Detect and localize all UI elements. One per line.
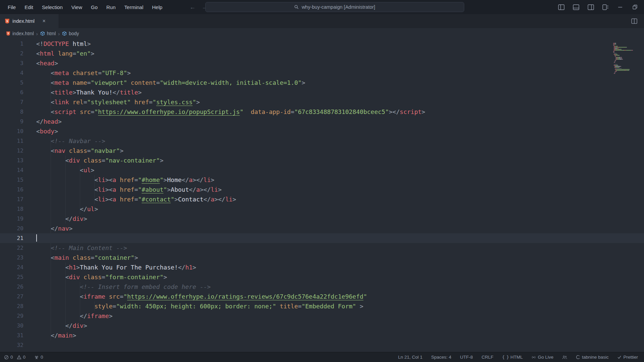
- line-number[interactable]: 17: [0, 194, 23, 204]
- code-line[interactable]: 22 <!-- Main Content -->: [0, 243, 644, 253]
- line-number[interactable]: 5: [0, 78, 23, 87]
- line-number[interactable]: 2: [0, 49, 23, 58]
- line-number[interactable]: 7: [0, 97, 23, 107]
- line-number[interactable]: 18: [0, 204, 23, 214]
- code-line[interactable]: 21: [0, 233, 644, 243]
- code-line[interactable]: 8 <script src="https://www.offerhype.io/…: [0, 107, 644, 117]
- menu-item-file[interactable]: File: [4, 3, 19, 12]
- code-line[interactable]: 17 <li><a href="#contact">Contact</a></l…: [0, 194, 644, 204]
- line-number[interactable]: 24: [0, 262, 23, 272]
- code-line[interactable]: 20 </nav>: [0, 224, 644, 233]
- split-editor-icon[interactable]: [629, 16, 640, 26]
- code-line[interactable]: 5 <meta name="viewport" content="width=d…: [0, 78, 644, 87]
- code-line[interactable]: 13 <div class="nav-container">: [0, 156, 644, 165]
- line-number[interactable]: 31: [0, 330, 23, 340]
- line-number[interactable]: 28: [0, 301, 23, 311]
- menu-item-selection[interactable]: Selection: [38, 3, 66, 12]
- line-number[interactable]: 25: [0, 272, 23, 282]
- code-line[interactable]: 30 </div>: [0, 321, 644, 330]
- menu-item-edit[interactable]: Edit: [21, 3, 37, 12]
- line-number[interactable]: 10: [0, 126, 23, 136]
- tab-index-html[interactable]: 5 index.html ×: [0, 14, 59, 28]
- code-line[interactable]: 27 <iframe src="https://www.offerhype.io…: [0, 292, 644, 301]
- code-line[interactable]: 9</head>: [0, 117, 644, 126]
- toggle-panel-icon[interactable]: [570, 2, 582, 12]
- line-number[interactable]: 21: [0, 233, 23, 243]
- status-indentation[interactable]: Spaces: 4: [430, 352, 453, 362]
- line-number[interactable]: 13: [0, 156, 23, 165]
- toggle-primary-sidebar-icon[interactable]: [555, 2, 567, 12]
- line-number[interactable]: 8: [0, 107, 23, 117]
- menu-item-view[interactable]: View: [68, 3, 86, 12]
- line-number[interactable]: 1: [0, 39, 23, 49]
- code-line[interactable]: 10<body>: [0, 126, 644, 136]
- code-editor[interactable]: 1<!DOCTYPE html>2<html lang="en">3<head>…: [0, 39, 644, 352]
- customize-layout-icon[interactable]: [600, 2, 611, 12]
- code-line[interactable]: 16 <li><a href="#about">About</a></li>: [0, 185, 644, 194]
- line-number[interactable]: 15: [0, 175, 23, 185]
- line-number[interactable]: 4: [0, 68, 23, 78]
- line-number[interactable]: 32: [0, 340, 23, 350]
- status-cursor-position[interactable]: Ln 21, Col 1: [397, 352, 424, 362]
- menu-item-terminal[interactable]: Terminal: [121, 3, 147, 12]
- menu-item-run[interactable]: Run: [103, 3, 119, 12]
- line-number[interactable]: 6: [0, 87, 23, 97]
- status-eol[interactable]: CRLF: [480, 352, 495, 362]
- line-number[interactable]: 23: [0, 253, 23, 262]
- code-line[interactable]: 14 <ul>: [0, 165, 644, 175]
- code-line[interactable]: 11 <!-- Navbar -->: [0, 136, 644, 146]
- code-line[interactable]: 4 <meta charset="UTF-8">: [0, 68, 644, 78]
- toggle-secondary-sidebar-icon[interactable]: [585, 2, 596, 12]
- line-number[interactable]: 30: [0, 321, 23, 330]
- indent-guide: [65, 321, 66, 330]
- code-line[interactable]: 25 <div class="form-container">: [0, 272, 644, 282]
- command-center-search[interactable]: why-buy-campaign [Administrator]: [205, 2, 464, 12]
- code-line[interactable]: 19 </div>: [0, 214, 644, 224]
- code-line[interactable]: 2<html lang="en">: [0, 49, 644, 58]
- line-number[interactable]: 20: [0, 224, 23, 233]
- code-line[interactable]: 12 <nav class="navbar">: [0, 146, 644, 156]
- code-line[interactable]: 6 <title>Thank You!</title>: [0, 87, 644, 97]
- tab-close-icon[interactable]: ×: [41, 18, 47, 24]
- line-number[interactable]: 9: [0, 117, 23, 126]
- line-number[interactable]: 26: [0, 282, 23, 292]
- restore-button[interactable]: [629, 2, 641, 12]
- line-number[interactable]: 11: [0, 136, 23, 146]
- breadcrumb-item-body[interactable]: body: [62, 31, 79, 36]
- status-go-live[interactable]: Go Live: [530, 352, 555, 362]
- code-line[interactable]: 18 </ul>: [0, 204, 644, 214]
- code-line[interactable]: 26 <!-- Insert form embed code here -->: [0, 282, 644, 292]
- breadcrumb-item-file[interactable]: 5 index.html: [6, 31, 34, 36]
- status-language-mode[interactable]: { } HTML: [501, 352, 524, 362]
- back-icon[interactable]: ←: [190, 4, 196, 10]
- status-ports[interactable]: 0: [33, 352, 45, 362]
- code-line[interactable]: 1<!DOCTYPE html>: [0, 39, 644, 49]
- code-line[interactable]: 32: [0, 340, 644, 350]
- line-number[interactable]: 27: [0, 292, 23, 301]
- menu-item-go[interactable]: Go: [87, 3, 101, 12]
- code-line[interactable]: 15 <li><a href="#home">Home</a></li>: [0, 175, 644, 185]
- code-line[interactable]: 24 <h1>Thank You For The Purchase!</h1>: [0, 262, 644, 272]
- code-line[interactable]: 28 style="width: 450px; height: 600px; b…: [0, 301, 644, 311]
- code-line[interactable]: 23 <main class="container">: [0, 253, 644, 262]
- status-tabnine[interactable]: tabnine basic: [575, 352, 610, 362]
- minimap[interactable]: [612, 42, 644, 76]
- status-problems[interactable]: 0 0: [3, 352, 27, 362]
- code-line[interactable]: 7 <link rel="stylesheet" href="styles.cs…: [0, 97, 644, 107]
- code-line[interactable]: 29 </iframe>: [0, 311, 644, 321]
- code-line[interactable]: 31 </main>: [0, 330, 644, 340]
- line-number[interactable]: 22: [0, 243, 23, 253]
- line-number[interactable]: 16: [0, 185, 23, 194]
- line-number[interactable]: 3: [0, 58, 23, 68]
- minimize-button[interactable]: [614, 2, 626, 12]
- breadcrumb-item-html[interactable]: html: [40, 31, 56, 36]
- line-number[interactable]: 12: [0, 146, 23, 156]
- line-number[interactable]: 29: [0, 311, 23, 321]
- code-line[interactable]: 3<head>: [0, 58, 644, 68]
- status-accounts[interactable]: [561, 352, 569, 362]
- line-number[interactable]: 14: [0, 165, 23, 175]
- line-number[interactable]: 19: [0, 214, 23, 224]
- status-prettier[interactable]: Prettier: [616, 352, 639, 362]
- menu-item-help[interactable]: Help: [148, 3, 166, 12]
- status-encoding[interactable]: UTF-8: [459, 352, 474, 362]
